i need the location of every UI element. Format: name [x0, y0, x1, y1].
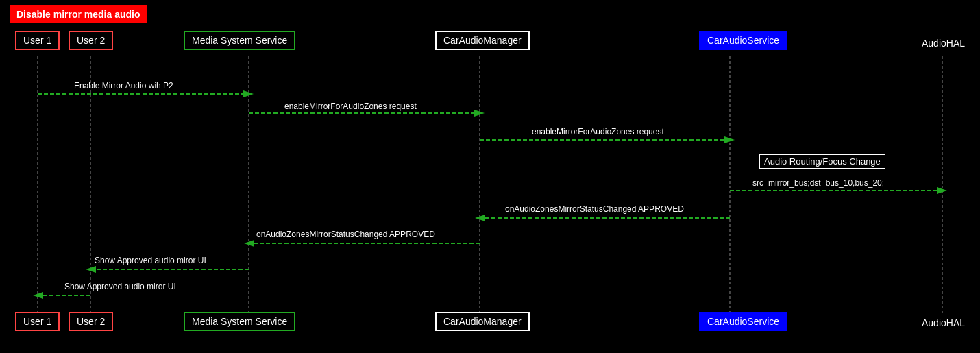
actor-user2-bot: User 2	[69, 312, 113, 331]
title-text: Disable mirror media audio	[16, 9, 140, 20]
svg-marker-17	[244, 240, 254, 247]
msg9-label: Show Approved audio miror UI	[64, 282, 176, 291]
actor-user1-bot: User 1	[15, 312, 60, 331]
svg-marker-19	[86, 266, 96, 273]
msg2-label: enableMirrorForAudioZones request	[284, 101, 417, 111]
msg3-label: enableMirrorForAudioZones request	[532, 127, 664, 136]
actor-mss-top: Media System Service	[184, 31, 295, 50]
msg5-label: src=mirror_bus;dst=bus_10,bus_20;	[752, 178, 884, 188]
actor-hal-bot: AudioHAL	[922, 317, 965, 328]
actor-hal-top: AudioHAL	[922, 38, 965, 49]
svg-marker-15	[475, 215, 485, 221]
svg-marker-9	[474, 110, 485, 117]
actor-cam-bot: CarAudioManager	[435, 312, 530, 331]
svg-marker-13	[937, 187, 947, 194]
actor-cas-top: CarAudioService	[699, 31, 787, 50]
title-box: Disable mirror media audio	[10, 5, 147, 23]
msg6-label: onAudioZonesMirrorStatusChanged APPROVED	[505, 204, 684, 214]
svg-marker-11	[724, 136, 735, 143]
actor-user2-top: User 2	[69, 31, 113, 50]
actor-user1-top: User 1	[15, 31, 60, 50]
actor-cas-bot: CarAudioService	[699, 312, 787, 331]
msg7-label: onAudioZonesMirrorStatusChanged APPROVED	[256, 230, 435, 239]
actor-mss-bot: Media System Service	[184, 312, 295, 331]
actor-cam-top: CarAudioManager	[435, 31, 530, 50]
msg1-label: Enable Mirror Audio wih P2	[74, 81, 173, 90]
svg-marker-7	[243, 90, 254, 97]
note-audio-routing: Audio Routing/Focus Change	[759, 154, 885, 169]
msg8-label: Show Approved audio miror UI	[95, 256, 206, 265]
svg-marker-21	[33, 292, 43, 299]
